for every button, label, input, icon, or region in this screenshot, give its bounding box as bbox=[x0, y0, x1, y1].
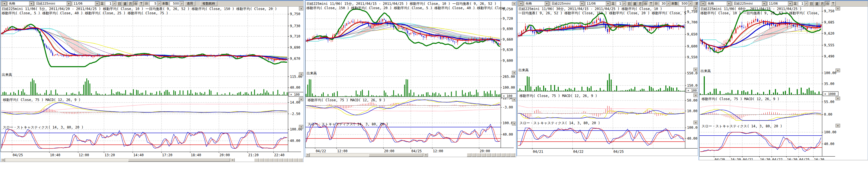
period-button[interactable]: 分 bbox=[825, 1, 830, 6]
stoch-axis-label: 100.00 bbox=[687, 126, 698, 130]
scrollbar-track[interactable] bbox=[5, 158, 231, 162]
symbol-value: 日経225mini bbox=[734, 1, 753, 6]
chevron-down-icon[interactable]: ▼ bbox=[701, 1, 705, 6]
x-axis-label: 16:30 bbox=[787, 158, 797, 160]
period-button[interactable]: 週 bbox=[122, 1, 127, 6]
chevron-down-icon[interactable]: ▼ bbox=[29, 1, 33, 6]
chart-canvas[interactable]: 9,7509,7009,6509,6009,550550.00150.0050.… bbox=[517, 1, 698, 156]
apply-button[interactable]: 適用 bbox=[184, 1, 195, 6]
drawing-tool-button[interactable] bbox=[288, 158, 293, 162]
period-button[interactable]: T bbox=[648, 1, 654, 6]
drawing-tool-button[interactable] bbox=[283, 158, 288, 162]
chevron-down-icon[interactable]: ▼ bbox=[95, 1, 99, 6]
drawing-tool-button[interactable] bbox=[496, 153, 501, 157]
drawing-tool-button[interactable] bbox=[264, 158, 269, 162]
period-button[interactable]: 週 bbox=[632, 1, 637, 6]
drawing-tool-button[interactable] bbox=[254, 158, 259, 162]
contract-select[interactable]: 11/06▼ bbox=[585, 1, 611, 6]
apply-button[interactable]: 適用 bbox=[693, 1, 698, 6]
bar-count-stepper[interactable]: 500↗ bbox=[679, 1, 692, 6]
drawing-tool-button[interactable] bbox=[506, 153, 510, 157]
bar-interval-stepper[interactable]: 1↗ bbox=[616, 1, 626, 6]
stoch-axis-label: 40.00 bbox=[687, 136, 697, 141]
period-button[interactable]: T bbox=[139, 1, 144, 6]
drawing-tool-button[interactable] bbox=[259, 158, 264, 162]
volume-multiplier: × 100 bbox=[687, 89, 697, 92]
drawing-tool-button[interactable] bbox=[278, 158, 283, 162]
chevron-down-icon[interactable]: ▼ bbox=[2, 1, 6, 6]
scroll-left-button[interactable]: ◄ bbox=[306, 153, 310, 157]
scroll-left-button[interactable]: ◄ bbox=[1, 158, 5, 162]
symbol-select[interactable]: 日経225mini▼ bbox=[732, 1, 767, 6]
drawing-tool-button[interactable] bbox=[269, 158, 273, 162]
stoch-section-label: スロー・ストキャスティクス( 14, 3, 80, 20 ) bbox=[3, 125, 84, 129]
scrollbar-thumb[interactable] bbox=[369, 153, 423, 156]
bar-interval-stepper[interactable]: 1↗ bbox=[105, 1, 116, 6]
spinner-icon[interactable]: ↗ bbox=[622, 1, 625, 6]
spinner-icon[interactable]: ↗ bbox=[666, 1, 670, 6]
drawing-tool-button[interactable] bbox=[472, 153, 476, 157]
period-button[interactable]: 日 bbox=[117, 1, 122, 6]
drawing-tool-button[interactable] bbox=[486, 153, 491, 157]
scroll-right-button[interactable]: ► bbox=[424, 153, 428, 157]
drawing-tool-button[interactable] bbox=[482, 153, 486, 157]
chevron-down-icon[interactable]: ▼ bbox=[788, 1, 792, 6]
chart-canvas[interactable]: 9,7509,7309,7109,6909,670115.0040.0014.0… bbox=[1, 1, 304, 162]
chevron-down-icon[interactable]: ▼ bbox=[519, 1, 523, 6]
period-button[interactable]: 日 bbox=[627, 1, 632, 6]
chart-canvas[interactable]: 9,7509,7209,6909,6609,6309,600265.00100.… bbox=[305, 1, 516, 157]
period-button[interactable]: 週 bbox=[814, 1, 819, 6]
drawing-tool-button[interactable] bbox=[467, 153, 471, 157]
chevron-down-icon[interactable]: ▼ bbox=[67, 1, 71, 6]
symbol-select[interactable]: 日経225mini▼ bbox=[550, 1, 584, 6]
drawing-tool-button[interactable] bbox=[510, 153, 515, 157]
product-select[interactable]: 先物▼ bbox=[7, 1, 34, 6]
period-button[interactable]: 分 bbox=[643, 1, 648, 6]
scroll-right-button[interactable]: ► bbox=[231, 158, 235, 162]
spinner-icon[interactable]: ↗ bbox=[112, 1, 116, 6]
volume-axis-label: 100.00 bbox=[824, 71, 836, 75]
drawing-tool-button[interactable] bbox=[501, 153, 505, 157]
product-select[interactable]: 先物▼ bbox=[706, 1, 731, 6]
drawing-tool-button[interactable] bbox=[274, 158, 278, 162]
bar-count-stepper[interactable]: 500↗ bbox=[169, 1, 184, 6]
spinner-icon[interactable]: ↗ bbox=[688, 1, 692, 6]
symbol-select[interactable]: 日経225mini▼ bbox=[35, 1, 71, 6]
bar-interval-stepper[interactable]: 1↗ bbox=[798, 1, 808, 6]
period-button[interactable]: 分 bbox=[133, 1, 138, 6]
contract-select[interactable]: 11/06▼ bbox=[72, 1, 99, 6]
chevron-down-icon[interactable]: ▼ bbox=[762, 1, 766, 6]
volume-section-label: 出来高 bbox=[518, 68, 529, 72]
drawing-tool-button[interactable] bbox=[476, 153, 481, 157]
chevron-down-icon[interactable]: ▼ bbox=[727, 1, 731, 6]
chart-canvas[interactable]: 9,7509,6859,6209,5559,490100.0035.0055.0… bbox=[699, 1, 868, 160]
spinner-icon[interactable]: ↗ bbox=[804, 1, 808, 6]
minute-stepper[interactable]: 30↗ bbox=[659, 1, 670, 6]
window-menu-button[interactable]: ▼ bbox=[518, 1, 523, 6]
period-button[interactable]: 月 bbox=[820, 1, 825, 6]
product-select[interactable]: 先物▼ bbox=[524, 1, 549, 6]
horizontal-scrollbar[interactable]: ◄ ► bbox=[1, 158, 303, 162]
window-menu-button[interactable]: ▼ bbox=[1, 1, 7, 6]
period-button[interactable]: 日 bbox=[809, 1, 814, 6]
spinner-icon[interactable]: ↗ bbox=[157, 1, 161, 6]
scrollbar-track[interactable] bbox=[310, 153, 424, 157]
chevron-down-icon[interactable]: ▼ bbox=[545, 1, 549, 6]
period-button[interactable]: T bbox=[831, 1, 836, 6]
period-button[interactable]: 月 bbox=[128, 1, 133, 6]
horizontal-scrollbar[interactable]: ◄ ► bbox=[306, 153, 516, 157]
chevron-down-icon[interactable]: ▼ bbox=[580, 1, 584, 6]
window-menu-button[interactable]: ▼ bbox=[700, 1, 705, 6]
drawing-tool-button[interactable] bbox=[298, 158, 303, 162]
multi-symbol-button[interactable]: 複数銘柄 bbox=[200, 1, 217, 6]
contract-select[interactable]: 11/06▼ bbox=[767, 1, 793, 6]
scrollbar-thumb[interactable] bbox=[128, 158, 230, 162]
volume-section-label: 出来高 bbox=[307, 71, 317, 75]
drawing-tool-button[interactable] bbox=[293, 158, 298, 162]
x-axis-label: 14:40 bbox=[133, 153, 144, 157]
minute-stepper[interactable]: 5↗ bbox=[149, 1, 161, 6]
period-button[interactable]: 月 bbox=[638, 1, 643, 6]
drawing-tool-button[interactable] bbox=[491, 153, 496, 157]
spinner-icon[interactable]: ↗ bbox=[180, 1, 183, 6]
chevron-down-icon[interactable]: ▼ bbox=[606, 1, 610, 6]
